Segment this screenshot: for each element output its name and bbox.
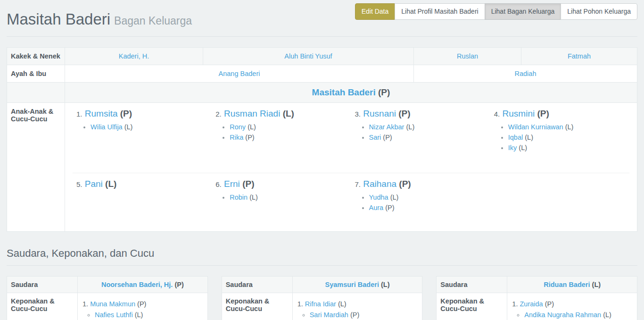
- person-link-child[interactable]: Raihana: [363, 179, 396, 189]
- person-link-grandchild[interactable]: Yudha: [369, 194, 388, 201]
- self-row: Masitah Baderi (P): [7, 83, 637, 103]
- gender-marker: (L): [565, 123, 574, 131]
- gender-marker: (P): [245, 134, 254, 141]
- view-family-tree-button[interactable]: Lihat Pohon Keluarga: [561, 3, 637, 20]
- gender-marker: (P): [120, 109, 132, 118]
- parents-label: Ayah & Ibu: [7, 65, 65, 83]
- view-family-chart-button[interactable]: Lihat Bagan Keluarga: [485, 3, 561, 20]
- person-link-sibling[interactable]: Riduan Baderi: [544, 281, 590, 288]
- person-link-child[interactable]: Rumsita: [85, 109, 118, 118]
- person-link-grandchild[interactable]: Rony: [230, 123, 246, 131]
- person-link-nephew[interactable]: Muna Makmun: [90, 300, 135, 308]
- child-number: 5.: [76, 180, 83, 188]
- nephews-label: Keponakan & Cucu-Cucu: [7, 293, 78, 320]
- child-number: 4.: [494, 110, 500, 118]
- person-link-sibling[interactable]: Noorsehan Baderi, Hj.: [101, 281, 173, 288]
- child-entry: 3. Rusnani (P) Nizar Akbar (L) Sari (P): [351, 103, 490, 173]
- grandchild-item: Nizar Akbar (L): [369, 122, 487, 132]
- gender-marker: (L): [135, 311, 143, 319]
- gender-marker: (L): [603, 311, 611, 319]
- grandchild-item: Yudha (L): [369, 192, 487, 202]
- person-link-grandchild[interactable]: Iqbal: [508, 134, 523, 141]
- person-link-grandchild[interactable]: Wildan Kurniawan: [508, 123, 563, 131]
- father-cell: Anang Baderi: [65, 65, 414, 83]
- nephews-row: Keponakan & Cucu-Cucu 1. Zuraida (P) And…: [437, 293, 637, 320]
- person-link-nephew[interactable]: Zuraida: [520, 300, 543, 308]
- gender-marker: (P): [378, 87, 390, 97]
- person-link-mother[interactable]: Radiah: [515, 70, 537, 77]
- person-link-grandchild[interactable]: Rika: [230, 134, 243, 141]
- person-link-grandchild[interactable]: Sari: [369, 134, 381, 141]
- person-link-grandchild[interactable]: Robin: [230, 194, 248, 201]
- child-entry-empty: [490, 173, 629, 231]
- person-link-grandnephew[interactable]: Andika Nugraha Rahman: [524, 311, 601, 319]
- nephews-label: Keponakan & Cucu-Cucu: [222, 293, 292, 320]
- mother-cell: Radiah: [414, 65, 637, 83]
- sibling-header-row: Saudara Noorsehan Baderi, Hj. (P): [7, 277, 208, 293]
- grandchild-item: Wilia Ulfija (L): [91, 122, 208, 132]
- person-link-maternal-grandfather[interactable]: Ruslan: [457, 52, 478, 60]
- person-link-grandchild[interactable]: Aura: [369, 204, 384, 211]
- sibling-label: Saudara: [437, 277, 507, 293]
- child-number: 3.: [355, 110, 361, 118]
- person-link-grandnephew[interactable]: Sari Mardiah: [310, 311, 348, 319]
- siblings-section-heading: Saudara, Keponakan, dan Cucu: [7, 247, 637, 266]
- gender-marker: (P): [385, 204, 394, 211]
- person-link-paternal-grandfather[interactable]: Kaderi, H.: [119, 52, 149, 60]
- person-link-grandchild[interactable]: Nizar Akbar: [369, 123, 405, 131]
- nephews-row: Keponakan & Cucu-Cucu 1. Muna Makmun (P)…: [7, 293, 208, 320]
- person-link-maternal-grandmother[interactable]: Fatmah: [568, 52, 591, 60]
- children-grid: 1. Rumsita (P) Wilia Ulfija (L) 2. Rusma…: [73, 103, 629, 231]
- family-chart-table: Kakek & Nenek Kaderi, H. Aluh Binti Yusu…: [7, 47, 637, 232]
- view-profile-button[interactable]: Lihat Profil Masitah Baderi: [395, 3, 485, 20]
- person-link-grandchild[interactable]: Wilia Ulfija: [91, 123, 123, 131]
- maternal-grandfather-cell: Ruslan: [414, 48, 521, 65]
- grandparents-label: Kakek & Nenek: [7, 48, 65, 65]
- grandnephew-item: Sari Mardiah (P): [310, 310, 419, 320]
- person-name-title: Masitah Baderi: [7, 10, 110, 28]
- person-link-child[interactable]: Rusnani: [363, 109, 396, 118]
- nephew-item: 1. Rifna Idiar (L) Sari Mardiah (P): [297, 300, 419, 320]
- gender-marker: (P): [242, 179, 254, 189]
- person-link-child[interactable]: Erni: [224, 179, 240, 189]
- edit-data-button[interactable]: Edit Data: [355, 3, 396, 20]
- paternal-grandmother-cell: Aluh Binti Yusuf: [203, 48, 414, 65]
- person-link-father[interactable]: Anang Baderi: [219, 70, 260, 77]
- nephew-number: 1.: [83, 300, 88, 308]
- person-link-child[interactable]: Pani: [85, 179, 103, 189]
- sibling-header-row: Saudara Riduan Baderi (L): [437, 277, 637, 293]
- person-link-grandnephew[interactable]: Nafies Luthfi: [95, 311, 133, 319]
- self-label-empty: [7, 83, 65, 103]
- grandchild-item: Iky (L): [508, 143, 626, 153]
- person-link-child[interactable]: Rusmini: [503, 109, 535, 118]
- nephews-label: Keponakan & Cucu-Cucu: [437, 293, 507, 320]
- grandchild-item: Wildan Kurniawan (L): [508, 122, 626, 132]
- child-number: 7.: [355, 180, 361, 188]
- parents-row: Ayah & Ibu Anang Baderi Radiah: [7, 65, 637, 83]
- gender-marker: (L): [249, 194, 258, 201]
- person-link-self[interactable]: Masitah Baderi: [312, 87, 376, 97]
- sibling-name-cell: Riduan Baderi (L): [507, 277, 637, 293]
- nephews-row: Keponakan & Cucu-Cucu 1. Rifna Idiar (L)…: [222, 293, 422, 320]
- sibling-card: Saudara Riduan Baderi (L) Keponakan & Cu…: [436, 276, 637, 320]
- gender-marker: (L): [124, 123, 133, 131]
- person-link-sibling[interactable]: Syamsuri Baderi: [325, 281, 379, 288]
- person-link-paternal-grandmother[interactable]: Aluh Binti Yusuf: [284, 52, 332, 60]
- gender-marker: (P): [350, 311, 359, 319]
- nephew-number: 1.: [297, 300, 303, 308]
- gender-marker: (P): [174, 281, 183, 288]
- person-link-nephew[interactable]: Rifna Idiar: [305, 300, 336, 308]
- person-link-child[interactable]: Rusman Riadi: [224, 109, 280, 118]
- sibling-name-cell: Noorsehan Baderi, Hj. (P): [78, 277, 208, 293]
- nephew-item: 1. Muna Makmun (P) Nafies Luthfi (L): [83, 300, 204, 320]
- grandchild-item: Sari (P): [369, 132, 487, 143]
- person-link-grandchild[interactable]: Iky: [508, 144, 517, 152]
- gender-marker: (L): [406, 123, 414, 131]
- child-number: 1.: [76, 110, 83, 118]
- nephew-number: 1.: [512, 300, 518, 308]
- sibling-label: Saudara: [7, 277, 78, 293]
- gender-marker: (L): [525, 134, 533, 141]
- children-cell: 1. Rumsita (P) Wilia Ulfija (L) 2. Rusma…: [65, 103, 637, 232]
- grandchild-item: Aura (P): [369, 202, 487, 213]
- sibling-cards: Saudara Noorsehan Baderi, Hj. (P) Kepona…: [7, 276, 637, 320]
